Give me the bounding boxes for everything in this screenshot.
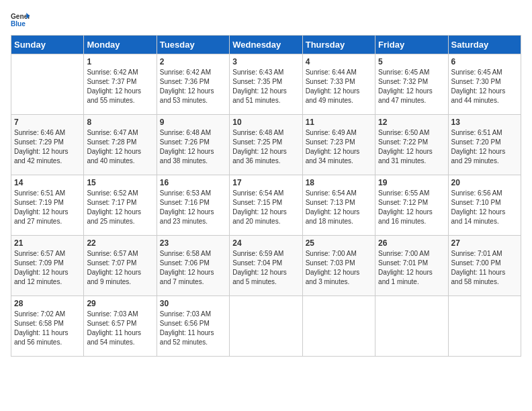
day-header: Friday (375, 36, 448, 54)
calendar-cell: 27Sunrise: 7:01 AM Sunset: 7:00 PM Dayli… (448, 236, 521, 296)
day-header: Saturday (448, 36, 521, 54)
calendar-cell: 11Sunrise: 6:49 AM Sunset: 7:23 PM Dayli… (302, 115, 375, 175)
calendar-week: 28Sunrise: 7:02 AM Sunset: 6:58 PM Dayli… (11, 296, 521, 357)
header-row: SundayMondayTuesdayWednesdayThursdayFrid… (11, 36, 521, 54)
day-info: Sunrise: 6:52 AM Sunset: 7:17 PM Dayligh… (87, 189, 153, 226)
day-number: 20 (451, 178, 518, 187)
day-number: 25 (306, 238, 372, 248)
calendar-cell: 7Sunrise: 6:46 AM Sunset: 7:29 PM Daylig… (11, 115, 84, 175)
day-number: 13 (451, 118, 518, 127)
calendar-cell: 3Sunrise: 6:43 AM Sunset: 7:35 PM Daylig… (230, 54, 302, 115)
calendar-cell: 20Sunrise: 6:56 AM Sunset: 7:10 PM Dayli… (448, 175, 521, 236)
calendar-cell: 15Sunrise: 6:52 AM Sunset: 7:17 PM Dayli… (84, 175, 157, 236)
calendar-week: 7Sunrise: 6:46 AM Sunset: 7:29 PM Daylig… (11, 115, 521, 175)
day-info: Sunrise: 7:00 AM Sunset: 7:01 PM Dayligh… (378, 249, 445, 287)
day-header: Sunday (11, 36, 84, 54)
calendar-header: SundayMondayTuesdayWednesdayThursdayFrid… (11, 36, 521, 54)
calendar-cell: 8Sunrise: 6:47 AM Sunset: 7:28 PM Daylig… (84, 115, 157, 175)
calendar-cell: 12Sunrise: 6:50 AM Sunset: 7:22 PM Dayli… (375, 115, 448, 175)
page-header: GeneralBlue (11, 11, 521, 30)
calendar-cell: 30Sunrise: 7:03 AM Sunset: 6:56 PM Dayli… (157, 296, 229, 357)
calendar-cell (375, 296, 448, 357)
calendar-cell: 26Sunrise: 7:00 AM Sunset: 7:01 PM Dayli… (375, 236, 448, 296)
day-header: Thursday (302, 36, 375, 54)
day-number: 1 (87, 57, 153, 66)
day-number: 3 (232, 57, 299, 66)
calendar-cell (11, 54, 84, 115)
logo: GeneralBlue (11, 11, 30, 30)
calendar-cell: 14Sunrise: 6:51 AM Sunset: 7:19 PM Dayli… (11, 175, 84, 236)
calendar-cell: 17Sunrise: 6:54 AM Sunset: 7:15 PM Dayli… (230, 175, 302, 236)
day-info: Sunrise: 6:54 AM Sunset: 7:15 PM Dayligh… (232, 189, 299, 226)
day-info: Sunrise: 7:00 AM Sunset: 7:03 PM Dayligh… (306, 249, 372, 287)
calendar-cell: 1Sunrise: 6:42 AM Sunset: 7:37 PM Daylig… (84, 54, 157, 115)
day-info: Sunrise: 6:46 AM Sunset: 7:29 PM Dayligh… (14, 128, 81, 166)
day-info: Sunrise: 6:47 AM Sunset: 7:28 PM Dayligh… (87, 128, 153, 166)
day-info: Sunrise: 6:42 AM Sunset: 7:36 PM Dayligh… (160, 68, 226, 105)
day-number: 2 (160, 57, 226, 66)
day-info: Sunrise: 6:58 AM Sunset: 7:06 PM Dayligh… (160, 249, 226, 287)
day-info: Sunrise: 6:43 AM Sunset: 7:35 PM Dayligh… (232, 68, 299, 105)
day-info: Sunrise: 7:01 AM Sunset: 7:00 PM Dayligh… (451, 249, 518, 287)
day-info: Sunrise: 7:03 AM Sunset: 6:57 PM Dayligh… (87, 310, 153, 347)
day-number: 15 (87, 178, 153, 187)
day-info: Sunrise: 6:50 AM Sunset: 7:22 PM Dayligh… (378, 128, 445, 166)
day-info: Sunrise: 6:51 AM Sunset: 7:19 PM Dayligh… (14, 189, 81, 226)
calendar-cell: 22Sunrise: 6:57 AM Sunset: 7:07 PM Dayli… (84, 236, 157, 296)
day-number: 22 (87, 238, 153, 248)
day-number: 29 (87, 299, 153, 308)
day-info: Sunrise: 6:56 AM Sunset: 7:10 PM Dayligh… (451, 189, 518, 226)
calendar-week: 14Sunrise: 6:51 AM Sunset: 7:19 PM Dayli… (11, 175, 521, 236)
day-header: Tuesday (157, 36, 229, 54)
calendar-cell: 18Sunrise: 6:54 AM Sunset: 7:13 PM Dayli… (302, 175, 375, 236)
day-number: 17 (232, 178, 299, 187)
day-info: Sunrise: 6:45 AM Sunset: 7:30 PM Dayligh… (451, 68, 518, 105)
day-info: Sunrise: 6:55 AM Sunset: 7:12 PM Dayligh… (378, 189, 445, 226)
day-number: 30 (160, 299, 226, 308)
day-info: Sunrise: 6:51 AM Sunset: 7:20 PM Dayligh… (451, 128, 518, 166)
day-number: 8 (87, 118, 153, 127)
day-number: 6 (451, 57, 518, 66)
day-number: 21 (14, 238, 81, 248)
day-info: Sunrise: 6:53 AM Sunset: 7:16 PM Dayligh… (160, 189, 226, 226)
day-number: 12 (378, 118, 445, 127)
calendar-cell: 16Sunrise: 6:53 AM Sunset: 7:16 PM Dayli… (157, 175, 229, 236)
day-info: Sunrise: 7:02 AM Sunset: 6:58 PM Dayligh… (14, 310, 81, 347)
calendar-cell (448, 296, 521, 357)
day-number: 23 (160, 238, 226, 248)
calendar-cell: 29Sunrise: 7:03 AM Sunset: 6:57 PM Dayli… (84, 296, 157, 357)
day-header: Monday (84, 36, 157, 54)
day-info: Sunrise: 6:45 AM Sunset: 7:32 PM Dayligh… (378, 68, 445, 105)
calendar-cell: 24Sunrise: 6:59 AM Sunset: 7:04 PM Dayli… (230, 236, 302, 296)
day-info: Sunrise: 6:57 AM Sunset: 7:07 PM Dayligh… (87, 249, 153, 287)
day-header: Wednesday (230, 36, 302, 54)
calendar-cell (230, 296, 302, 357)
day-info: Sunrise: 7:03 AM Sunset: 6:56 PM Dayligh… (160, 310, 226, 347)
day-info: Sunrise: 6:42 AM Sunset: 7:37 PM Dayligh… (87, 68, 153, 105)
day-number: 28 (14, 299, 81, 308)
calendar-cell: 10Sunrise: 6:48 AM Sunset: 7:25 PM Dayli… (230, 115, 302, 175)
day-number: 9 (160, 118, 226, 127)
day-info: Sunrise: 6:59 AM Sunset: 7:04 PM Dayligh… (232, 249, 299, 287)
calendar-cell: 19Sunrise: 6:55 AM Sunset: 7:12 PM Dayli… (375, 175, 448, 236)
day-number: 24 (232, 238, 299, 248)
day-info: Sunrise: 6:49 AM Sunset: 7:23 PM Dayligh… (306, 128, 372, 166)
day-info: Sunrise: 6:44 AM Sunset: 7:33 PM Dayligh… (306, 68, 372, 105)
calendar-week: 1Sunrise: 6:42 AM Sunset: 7:37 PM Daylig… (11, 54, 521, 115)
day-number: 7 (14, 118, 81, 127)
calendar-body: 1Sunrise: 6:42 AM Sunset: 7:37 PM Daylig… (11, 54, 521, 357)
day-number: 18 (306, 178, 372, 187)
calendar-cell: 6Sunrise: 6:45 AM Sunset: 7:30 PM Daylig… (448, 54, 521, 115)
day-info: Sunrise: 6:57 AM Sunset: 7:09 PM Dayligh… (14, 249, 81, 287)
calendar-table: SundayMondayTuesdayWednesdayThursdayFrid… (11, 35, 521, 357)
calendar-cell: 5Sunrise: 6:45 AM Sunset: 7:32 PM Daylig… (375, 54, 448, 115)
day-number: 11 (306, 118, 372, 127)
day-info: Sunrise: 6:48 AM Sunset: 7:26 PM Dayligh… (160, 128, 226, 166)
svg-text:Blue: Blue (11, 20, 26, 28)
calendar-cell: 9Sunrise: 6:48 AM Sunset: 7:26 PM Daylig… (157, 115, 229, 175)
day-number: 26 (378, 238, 445, 248)
day-number: 14 (14, 178, 81, 187)
day-number: 27 (451, 238, 518, 248)
calendar-cell: 4Sunrise: 6:44 AM Sunset: 7:33 PM Daylig… (302, 54, 375, 115)
calendar-cell: 2Sunrise: 6:42 AM Sunset: 7:36 PM Daylig… (157, 54, 229, 115)
